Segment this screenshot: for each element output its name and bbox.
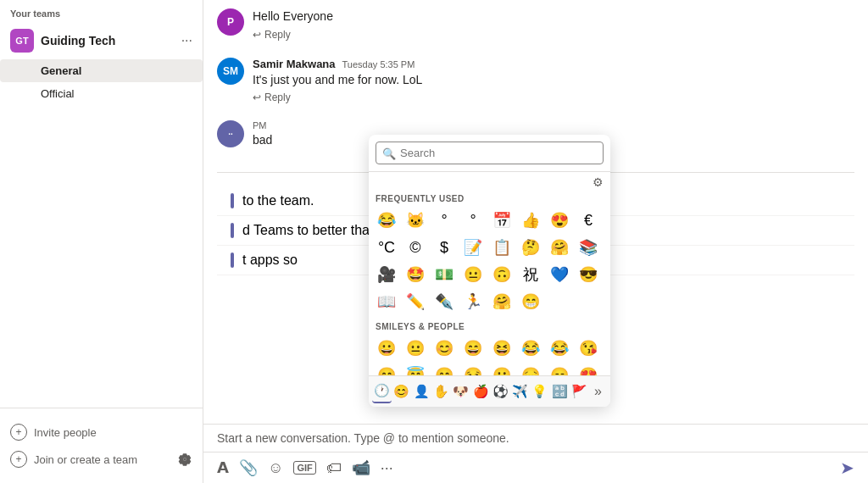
emoji-item[interactable]: 🤗 (545, 234, 574, 261)
emoji-item[interactable]: 😄 (459, 335, 487, 362)
join-team-icon: + (10, 451, 27, 468)
emoji-item[interactable]: ✏️ (401, 288, 430, 315)
sticker-icon[interactable]: 🏷 (326, 459, 342, 477)
emoji-item[interactable]: 😂 (545, 335, 574, 362)
reply-label-1: Reply (264, 29, 291, 41)
your-teams-label: Your teams (0, 0, 203, 22)
emoji-tab-symbols[interactable]: 🔡 (550, 380, 570, 403)
emoji-icon[interactable]: ☺ (268, 459, 283, 477)
emoji-tab-hands[interactable]: ✋ (431, 380, 451, 403)
emoji-item[interactable]: 📝 (459, 234, 487, 261)
emoji-item[interactable]: 😁 (516, 288, 545, 315)
reply-button-1[interactable]: ↩ Reply (253, 29, 854, 41)
invite-people-label: Invite people (34, 426, 97, 439)
emoji-item[interactable]: 😐 (401, 335, 430, 362)
today-msg-text-3: t apps so (242, 253, 298, 268)
emoji-item[interactable]: 📅 (487, 207, 516, 234)
emoji-item[interactable]: ✒️ (430, 288, 459, 315)
emoji-item[interactable]: 🤔 (516, 234, 545, 261)
emoji-item[interactable]: ° (459, 207, 487, 234)
emoji-item[interactable]: 😆 (487, 335, 516, 362)
emoji-item[interactable]: 😊 (372, 362, 401, 375)
emoji-item[interactable]: 😊 (430, 362, 459, 375)
reply-arrow-icon-2: ↩ (253, 92, 261, 103)
emoji-item[interactable]: 💵 (430, 261, 459, 288)
emoji-item[interactable]: 😇 (401, 362, 430, 375)
format-icon[interactable]: 𝗔 (217, 458, 229, 477)
msg-text-2: It's just you and me for now. LoL (253, 72, 854, 89)
accent-bar-3 (231, 253, 234, 268)
emoji-tab-travel[interactable]: ✈️ (510, 380, 530, 403)
emoji-item[interactable]: 🏃 (459, 288, 487, 315)
emoji-item[interactable]: 🤩 (401, 261, 430, 288)
emoji-item[interactable]: 😘 (574, 335, 603, 362)
attach-icon[interactable]: 📎 (239, 458, 258, 477)
emoji-item[interactable]: 📖 (372, 288, 401, 315)
emoji-tab-animals[interactable]: 🐶 (451, 380, 470, 403)
input-area: Start a new conversation. Type @ to ment… (203, 424, 868, 483)
emoji-item[interactable]: 😔 (516, 362, 545, 375)
emoji-item[interactable]: 😑 (545, 362, 574, 375)
emoji-item[interactable]: $ (430, 234, 459, 261)
emoji-item[interactable]: © (401, 234, 430, 261)
today-msg-text-1: to the team. (242, 193, 314, 208)
emoji-item[interactable]: 📚 (574, 234, 603, 261)
emoji-tab-objects[interactable]: 💡 (530, 380, 549, 403)
settings-icon[interactable] (177, 452, 192, 467)
team-more-icon[interactable]: ··· (181, 33, 192, 48)
emoji-item[interactable]: 😐 (459, 261, 487, 288)
emoji-tab-flags[interactable]: 🚩 (570, 380, 589, 403)
emoji-item[interactable]: 😂 (372, 207, 401, 234)
emoji-item[interactable]: 😂 (516, 335, 545, 362)
emoji-item[interactable]: 🐱 (401, 207, 430, 234)
emoji-item[interactable]: 😍 (545, 207, 574, 234)
msg-time-3: PM (253, 120, 267, 130)
team-item-guiding-tech[interactable]: GT Guiding Tech ··· (0, 22, 203, 59)
smileys-grid: 😀😐😊😄😆😂😂😘😊😇😊😏🙁😔😑😍 (369, 333, 610, 375)
send-button[interactable]: ➤ (840, 458, 854, 478)
emoji-item[interactable]: 👍 (516, 207, 545, 234)
conversation-input[interactable]: Start a new conversation. Type @ to ment… (203, 425, 868, 452)
emoji-item[interactable]: 😀 (372, 335, 401, 362)
message-group-1: P Hello Everyone ↩ Reply (217, 0, 854, 49)
msg-time-2: Tuesday 5:35 PM (342, 59, 415, 69)
emoji-settings-icon[interactable]: ⚙ (593, 175, 604, 189)
accent-bar-2 (231, 223, 234, 238)
emoji-item[interactable]: 💙 (545, 261, 574, 288)
emoji-tab-activity[interactable]: ⚽ (491, 380, 510, 403)
toolbar: 𝗔 📎 ☺ GIF 🏷 📹 ··· ➤ (203, 452, 868, 483)
emoji-item[interactable]: 📋 (487, 234, 516, 261)
join-create-team-button[interactable]: + Join or create a team (10, 446, 192, 473)
more-toolbar-icon[interactable]: ··· (381, 459, 393, 477)
emoji-search-input[interactable] (376, 142, 604, 164)
emoji-picker: 🔍 ⚙ FREQUENTLY USED 😂🐱°°📅👍😍€°C©$📝📋🤔🤗📚🎥🤩💵… (369, 135, 610, 407)
emoji-tab-people[interactable]: 👤 (412, 380, 431, 403)
meet-icon[interactable]: 📹 (352, 458, 370, 477)
emoji-item[interactable]: 😍 (574, 362, 603, 375)
emoji-item[interactable]: 祝 (516, 261, 545, 288)
emoji-search-wrap: 🔍 (376, 142, 604, 164)
gif-icon[interactable]: GIF (293, 461, 315, 475)
emoji-tabs-more-icon[interactable]: » (589, 384, 607, 399)
emoji-item[interactable]: 😎 (574, 261, 603, 288)
sidebar-item-official[interactable]: Official (0, 82, 203, 105)
invite-people-button[interactable]: + Invite people (10, 419, 192, 446)
avatar-1: P (217, 8, 244, 36)
emoji-item[interactable]: ° (430, 207, 459, 234)
emoji-item[interactable]: °C (372, 234, 401, 261)
emoji-tab-recent[interactable]: 🕐 (372, 380, 392, 403)
emoji-item[interactable]: 😏 (459, 362, 487, 375)
reply-label-2: Reply (264, 92, 291, 103)
emoji-item[interactable]: 😊 (430, 335, 459, 362)
emoji-item[interactable]: 🙁 (487, 362, 516, 375)
reply-button-2[interactable]: ↩ Reply (253, 92, 854, 103)
emoji-item[interactable]: 🎥 (372, 261, 401, 288)
emoji-item[interactable]: 🤗 (487, 288, 516, 315)
sidebar-item-general[interactable]: General (0, 59, 203, 82)
accent-bar-1 (231, 193, 234, 208)
emoji-item[interactable]: € (574, 207, 603, 234)
emoji-tab-food[interactable]: 🍎 (470, 380, 490, 403)
emoji-item[interactable]: 🙃 (487, 261, 516, 288)
emoji-tab-smileys[interactable]: 😊 (392, 380, 411, 403)
input-placeholder: Start a new conversation. Type @ to ment… (217, 431, 509, 445)
